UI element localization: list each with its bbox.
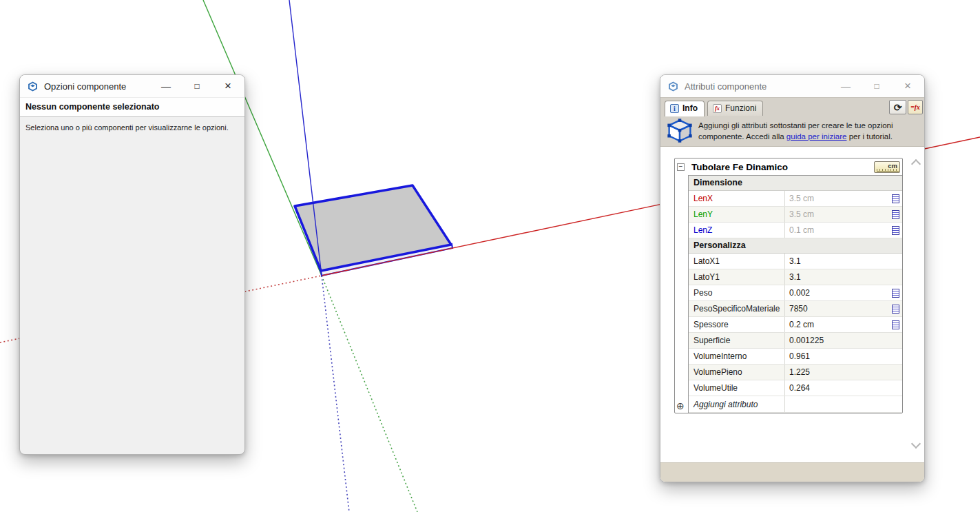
attribute-row: Peso0.002 — [689, 285, 902, 301]
scroll-up-icon[interactable] — [911, 159, 921, 169]
green-axis-dotted — [322, 276, 417, 512]
attribute-row: LenZ0.1 cm — [689, 223, 902, 238]
attribute-value[interactable]: 0.264 — [784, 380, 902, 396]
refresh-button[interactable]: ⟳ — [889, 100, 906, 114]
attribute-row: Spessore0.2 cm — [689, 317, 902, 333]
attribute-name: LatoY1 — [689, 269, 784, 285]
banner-text: Aggiungi gli attributi sottostanti per c… — [698, 120, 909, 143]
attribute-row: LenY3.5 cm — [689, 207, 902, 223]
fx-icon: fx — [713, 104, 722, 113]
tab-funzioni[interactable]: fx Funzioni — [707, 101, 763, 116]
attribute-name: VolumeUtile — [689, 380, 784, 396]
dynamic-component-icon — [666, 118, 694, 144]
attribute-row: VolumePieno1.225 — [689, 365, 902, 380]
attributes-dialog-titlebar[interactable]: Attributi componente — □ × — [660, 75, 924, 97]
attribute-value[interactable]: 0.1 cm — [784, 223, 902, 238]
attribute-row: Superficie0.001225 — [689, 333, 902, 349]
dialog-title: Attributi componente — [685, 81, 767, 92]
attribute-row: LatoX13.1 — [689, 254, 902, 269]
component-header-row: − Tubolare Fe Dinamico cm — [675, 158, 902, 175]
value-list-icon[interactable] — [892, 226, 899, 235]
tab-info[interactable]: i Info — [665, 101, 705, 116]
attribute-name: Peso — [689, 285, 784, 300]
attribute-name: LenX — [689, 191, 784, 206]
units-label: cm — [888, 162, 899, 169]
getting-started-link[interactable]: guida per iniziare — [786, 132, 847, 141]
attribute-value[interactable]: 0.2 cm — [784, 317, 902, 332]
close-icon[interactable]: × — [902, 81, 913, 92]
attribute-name: LenY — [689, 207, 784, 222]
attribute-row: LenX3.5 cm — [689, 191, 902, 207]
component-attributes-box: − Tubolare Fe Dinamico cm DimensioneLenX… — [674, 158, 903, 413]
value-list-icon[interactable] — [892, 194, 899, 203]
value-list-icon[interactable] — [892, 289, 899, 298]
component-top-face[interactable] — [295, 185, 451, 271]
value-list-icon[interactable] — [892, 320, 899, 329]
attribute-name: Spessore — [689, 317, 784, 332]
add-attribute-value-cell — [784, 396, 902, 412]
options-hint-text: Seleziona uno o più componenti per visua… — [20, 117, 244, 138]
attribute-name: LatoX1 — [689, 254, 784, 269]
sketchup-workspace: Opzioni componente — □ × Nessun componen… — [0, 0, 980, 512]
component-attributes-dialog: Attributi componente — □ × i Info fx Fun… — [660, 74, 925, 482]
attributes-banner: Aggiungi gli attributi sottostanti per c… — [660, 116, 924, 147]
section-header: Dimensione — [689, 176, 902, 191]
close-icon[interactable]: × — [222, 81, 233, 92]
ruler-icon — [877, 169, 899, 172]
value-list-icon[interactable] — [892, 305, 899, 314]
apply-functions-button[interactable]: =fx — [908, 100, 923, 114]
attribute-row: LatoY13.1 — [689, 269, 902, 285]
attribute-row: VolumeUtile0.264 — [689, 380, 902, 396]
tab-funzioni-label: Funzioni — [725, 103, 756, 113]
info-icon: i — [670, 104, 679, 113]
attributes-content: − Tubolare Fe Dinamico cm DimensioneLenX… — [660, 147, 924, 462]
add-attribute-icon[interactable]: ⊕ — [676, 401, 685, 411]
no-component-header: Nessun componente selezionato — [20, 97, 244, 117]
component-name: Tubolare Fe Dinamico — [685, 162, 874, 172]
add-attribute-row[interactable]: Aggiungi attributo — [689, 396, 902, 413]
attribute-value[interactable]: 1.225 — [784, 365, 902, 380]
attribute-value[interactable]: 7850 — [784, 301, 902, 316]
attribute-value[interactable]: 0.002 — [784, 285, 902, 300]
attribute-name: VolumePieno — [689, 365, 784, 380]
banner-text-after: per i tutorial. — [846, 132, 892, 141]
maximize-icon[interactable]: □ — [191, 81, 202, 92]
attribute-name: PesoSpecificoMateriale — [689, 301, 784, 316]
dialog-title: Opzioni componente — [44, 81, 126, 92]
tab-info-label: Info — [682, 103, 698, 113]
maximize-icon[interactable]: □ — [871, 81, 882, 92]
sketchup-logo-icon — [27, 81, 39, 92]
attribute-value[interactable]: 3.5 cm — [784, 207, 902, 222]
collapse-icon[interactable]: − — [677, 163, 685, 171]
attribute-row: VolumeInterno0.961 — [689, 349, 902, 365]
section-header: Personalizza — [689, 238, 902, 254]
units-button[interactable]: cm — [874, 161, 900, 173]
attribute-value[interactable]: 0.961 — [784, 349, 902, 364]
attributes-table: DimensioneLenX3.5 cmLenY3.5 cmLenZ0.1 cm… — [688, 175, 902, 413]
attribute-name: LenZ — [689, 223, 784, 238]
attribute-value[interactable]: 3.1 — [784, 269, 902, 285]
options-dialog-titlebar[interactable]: Opzioni componente — □ × — [20, 75, 244, 97]
minimize-icon[interactable]: — — [160, 81, 171, 92]
minimize-icon[interactable]: — — [840, 81, 851, 92]
dialog-footer — [660, 462, 924, 482]
attribute-value[interactable]: 3.5 cm — [784, 191, 902, 206]
attribute-value[interactable]: 0.001225 — [784, 333, 902, 348]
attribute-name: VolumeInterno — [689, 349, 784, 364]
value-list-icon[interactable] — [892, 210, 899, 219]
scroll-down-icon[interactable] — [911, 439, 921, 449]
sketchup-logo-icon — [667, 81, 679, 92]
attribute-name: Superficie — [689, 333, 784, 348]
attribute-row: PesoSpecificoMateriale7850 — [689, 301, 902, 317]
add-attribute-label[interactable]: Aggiungi attributo — [689, 396, 784, 412]
attributes-tabbar: i Info fx Funzioni ⟳ =fx — [660, 97, 924, 116]
attribute-value[interactable]: 3.1 — [784, 254, 902, 269]
component-options-dialog: Opzioni componente — □ × Nessun componen… — [19, 74, 245, 455]
